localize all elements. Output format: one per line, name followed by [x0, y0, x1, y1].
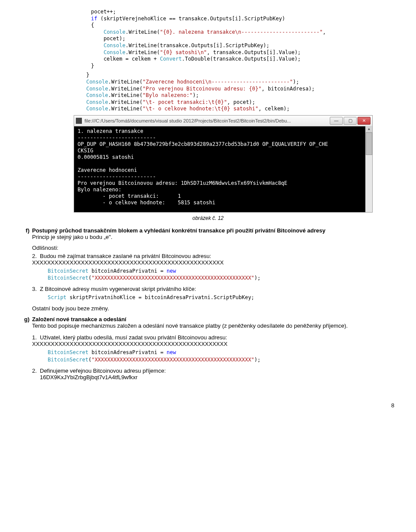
f-rest: Ostatní body jsou beze změny. [32, 305, 399, 312]
console-window: file:///C:/Users/Tomáš/documents/visual … [74, 115, 373, 213]
list-letter-g: g) [17, 316, 32, 329]
titlebar[interactable]: file:///C:/Users/Tomáš/documents/visual … [74, 116, 372, 126]
section-g-heading: Založení nové transakce a odeslání [32, 316, 126, 322]
section-g: g) Založení nové transakce a odeslání Te… [17, 316, 348, 329]
section-f-line1: Princip je stejný jako u bodu „e". [32, 234, 112, 240]
list-letter-f: f) [17, 227, 32, 240]
code-block-1b: } Console.WriteLine("Zaverecne hodnoceni… [74, 72, 399, 113]
section-g-line1: Tento bod popisuje mechanizmus založen a… [32, 322, 348, 329]
code-block-f2: BitcoinSecret bitcoinAdresaPrivatni = ne… [48, 268, 399, 281]
window-title: file:///C:/Users/Tomáš/documents/visual … [84, 118, 327, 123]
code-block-f3: Script skriptPrivatnihoKlice = bitcoinAd… [48, 294, 399, 301]
odlisnosti-label: Odlišnosti: [32, 245, 399, 251]
g-item-1: 1.Uživatel, který platbu odesílá, musí z… [32, 334, 399, 347]
scroll-thumb[interactable] [366, 132, 372, 155]
app-icon [76, 118, 82, 124]
g-item-2: 2.Definujeme veřejnou Bitcoinovou adresu… [32, 368, 399, 380]
page-number: 8 [17, 402, 399, 409]
maximize-button[interactable]: ▢ [344, 117, 357, 125]
code-block-1: pocet++; if (skriptVerejnehoKlice == tra… [91, 9, 399, 69]
close-button[interactable]: ✕ [358, 117, 370, 125]
minimize-button[interactable]: — [330, 117, 343, 125]
code-block-g1: BitcoinSecret bitcoinAdresaPrivatni = ne… [48, 349, 399, 363]
figure-caption: obrázek č. 12 [17, 215, 399, 221]
section-f-heading: Postupný průchod transakčním blokem a vy… [32, 227, 325, 234]
f-item-3: 3.Z Bitcoinové adresy musím vygenerovat … [32, 286, 399, 292]
scrollbar[interactable]: ▲ [365, 126, 372, 212]
section-f: f) Postupný průchod transakčním blokem a… [17, 227, 325, 240]
scroll-up-icon[interactable]: ▲ [366, 126, 372, 132]
f-item-2: 2.Budou mě zajímat transakce zaslané na … [32, 253, 399, 266]
console-output: 1. nalezena transakce ------------------… [74, 126, 372, 212]
